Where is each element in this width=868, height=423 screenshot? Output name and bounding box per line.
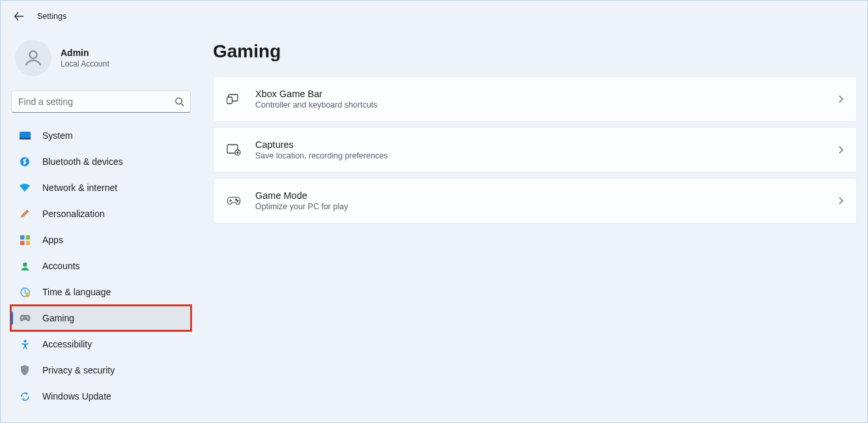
search-icon bbox=[175, 97, 184, 107]
sidebar-item-label: Bluetooth & devices bbox=[42, 156, 123, 167]
chevron-right-icon bbox=[838, 95, 843, 103]
card-title: Game Mode bbox=[255, 190, 824, 201]
sidebar-item-system[interactable]: System bbox=[11, 123, 191, 148]
card-text: Xbox Game Bar Controller and keyboard sh… bbox=[255, 89, 824, 109]
sidebar-item-label: Personalization bbox=[42, 209, 105, 219]
accessibility-icon bbox=[19, 338, 31, 350]
sidebar-item-bluetooth[interactable]: Bluetooth & devices bbox=[11, 149, 191, 174]
sidebar-item-windows-update[interactable]: Windows Update bbox=[11, 384, 191, 409]
user-icon bbox=[22, 47, 44, 69]
svg-point-20 bbox=[237, 200, 238, 201]
svg-point-9 bbox=[23, 262, 27, 266]
svg-rect-16 bbox=[227, 97, 232, 104]
avatar bbox=[15, 40, 51, 76]
svg-rect-5 bbox=[20, 235, 25, 240]
svg-point-12 bbox=[26, 316, 27, 317]
sidebar-item-label: Gaming bbox=[42, 313, 74, 323]
sidebar-item-accessibility[interactable]: Accessibility bbox=[11, 332, 191, 357]
chevron-right-icon bbox=[838, 146, 843, 154]
gamepad-icon bbox=[19, 312, 31, 324]
person-icon bbox=[19, 260, 31, 272]
svg-point-1 bbox=[176, 98, 182, 104]
refresh-icon bbox=[19, 390, 31, 402]
sidebar-item-label: Accessibility bbox=[42, 339, 92, 349]
svg-rect-8 bbox=[25, 241, 30, 245]
game-mode-icon bbox=[227, 194, 241, 208]
nav: System Bluetooth & devices Network & int… bbox=[11, 123, 191, 409]
svg-rect-3 bbox=[20, 138, 31, 139]
sidebar-item-label: Privacy & security bbox=[42, 365, 115, 375]
wifi-icon bbox=[19, 182, 31, 194]
card-text: Game Mode Optimize your PC for play bbox=[255, 190, 824, 211]
window-title: Settings bbox=[37, 12, 66, 21]
sidebar-item-label: Network & internet bbox=[42, 182, 117, 193]
apps-icon bbox=[19, 234, 31, 246]
card-game-mode[interactable]: Game Mode Optimize your PC for play bbox=[213, 178, 857, 224]
sidebar-item-label: Windows Update bbox=[42, 391, 111, 401]
chevron-right-icon bbox=[838, 197, 843, 205]
brush-icon bbox=[19, 208, 31, 220]
user-name: Admin bbox=[61, 48, 109, 58]
user-block[interactable]: Admin Local Account bbox=[11, 36, 191, 88]
svg-rect-6 bbox=[25, 235, 30, 240]
sidebar-item-label: Apps bbox=[42, 235, 63, 245]
display-icon bbox=[19, 130, 31, 141]
card-captures[interactable]: Captures Save location, recording prefer… bbox=[213, 127, 857, 173]
body: Admin Local Account System bbox=[1, 32, 867, 422]
svg-rect-7 bbox=[20, 241, 25, 245]
search-input[interactable] bbox=[11, 91, 191, 113]
page-title: Gaming bbox=[213, 41, 857, 62]
card-subtitle: Optimize your PC for play bbox=[255, 202, 824, 211]
svg-point-11 bbox=[25, 293, 29, 297]
settings-app: Settings Admin Local Account bbox=[1, 1, 867, 422]
card-title: Captures bbox=[255, 139, 824, 150]
sidebar-item-label: System bbox=[42, 130, 73, 141]
card-text: Captures Save location, recording prefer… bbox=[255, 139, 824, 160]
sidebar-item-time-language[interactable]: Time & language bbox=[11, 280, 191, 304]
search-wrap bbox=[11, 91, 191, 113]
clock-globe-icon bbox=[19, 286, 31, 298]
captures-icon bbox=[227, 143, 241, 157]
content: Gaming Xbox Game Bar Controller and keyb… bbox=[201, 32, 867, 422]
card-title: Xbox Game Bar bbox=[255, 89, 824, 99]
sidebar-item-label: Time & language bbox=[42, 287, 111, 297]
svg-point-0 bbox=[29, 51, 36, 58]
sidebar-item-privacy[interactable]: Privacy & security bbox=[11, 358, 191, 383]
cards: Xbox Game Bar Controller and keyboard sh… bbox=[213, 76, 857, 224]
sidebar-item-accounts[interactable]: Accounts bbox=[11, 254, 191, 278]
bluetooth-icon bbox=[19, 156, 31, 168]
user-subtitle: Local Account bbox=[61, 59, 109, 68]
svg-point-13 bbox=[27, 317, 29, 319]
back-button[interactable] bbox=[6, 3, 32, 29]
sidebar-item-apps[interactable]: Apps bbox=[11, 227, 191, 252]
card-subtitle: Controller and keyboard shortcuts bbox=[255, 100, 824, 109]
arrow-left-icon bbox=[14, 11, 24, 22]
sidebar-item-gaming[interactable]: Gaming bbox=[11, 306, 191, 330]
xbox-game-bar-icon bbox=[227, 92, 241, 106]
user-text: Admin Local Account bbox=[61, 48, 109, 68]
card-xbox-game-bar[interactable]: Xbox Game Bar Controller and keyboard sh… bbox=[213, 76, 857, 122]
topbar: Settings bbox=[1, 1, 867, 32]
sidebar-item-network[interactable]: Network & internet bbox=[11, 175, 191, 200]
svg-point-14 bbox=[23, 340, 26, 342]
shield-icon bbox=[19, 364, 31, 376]
sidebar-item-personalization[interactable]: Personalization bbox=[11, 201, 191, 226]
svg-point-19 bbox=[236, 199, 237, 200]
sidebar: Admin Local Account System bbox=[1, 32, 201, 422]
sidebar-item-label: Accounts bbox=[42, 261, 80, 271]
card-subtitle: Save location, recording preferences bbox=[255, 151, 824, 160]
